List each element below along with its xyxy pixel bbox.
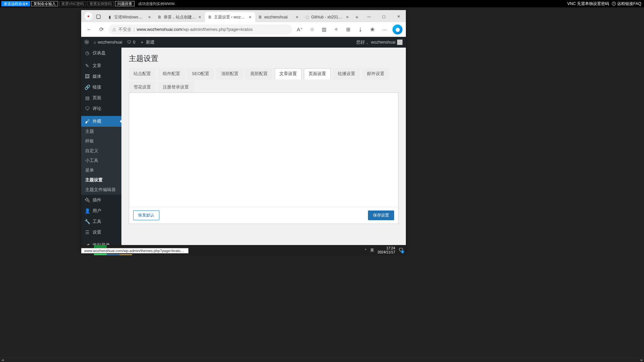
new-tab-button[interactable]: ＋ [353,12,362,22]
tab-title: 主题设置 ‹ wozhenshuai [214,14,246,20]
horizontal-scrollbar[interactable] [0,357,644,362]
downloads-icon[interactable]: ⭳ [356,25,365,34]
submenu-widgets[interactable]: 小工具 [81,156,121,166]
avatar-icon [397,40,402,45]
vnc-reset-vnc-pwd-button[interactable]: 重置VNC密码 [59,1,86,6]
menu-dashboard[interactable]: ◷仪表盘 [81,48,121,58]
browser-tab[interactable]: 🗎 wozhenshuai ✕ [255,12,302,22]
tab-title: GitHub - xb2016/kratos-p [311,15,343,19]
vnc-copy-input-button[interactable]: 复制命令输入 [31,1,58,6]
tab-close-icon[interactable]: ✕ [248,15,253,19]
submenu-customize[interactable]: 自定义 [81,146,121,156]
github-favicon-icon: ◌ [305,15,310,19]
theme-tab-bottom[interactable]: 底部配置 [246,68,272,79]
theme-tab-top[interactable]: 顶部配置 [216,68,243,79]
settings-body-empty [129,93,398,207]
menu-posts[interactable]: ✎文章 [81,60,121,71]
vnc-send-remote-button[interactable]: 发送远程命令▾ [1,1,30,6]
theme-tab-seo[interactable]: SEO配置 [187,68,214,79]
wordpress-admin: ⓦ ⌂ wozhenshuai 🗨 0 ＋ 新建 您好，wozhenshuai [81,37,406,253]
comment-icon: 🗨 [127,40,131,45]
theme-tab-components[interactable]: 组件配置 [158,68,185,79]
tray-chevron-icon[interactable]: ⌃ [364,248,367,252]
site-title: wozhenshuai [98,40,122,45]
taskbar-date: 2024/11/17 [377,250,395,254]
home-icon: ⌂ [94,40,96,45]
collections-icon[interactable]: ⊞ [343,25,353,34]
menu-comments[interactable]: 🗨评论 [81,103,121,114]
submenu-menus[interactable]: 菜单 [81,166,121,175]
window-close-button[interactable]: ✕ [391,11,406,22]
extensions-icon[interactable]: ❀ [368,25,377,34]
tab-close-icon[interactable]: ✕ [295,15,300,19]
window-minimize-button[interactable]: — [362,11,376,22]
page-favicon-icon: 🗎 [157,15,162,19]
submenu-appearance: 主题 样板 自定义 小工具 菜单 主题设置 主题文件编辑器 [81,127,121,195]
menu-users[interactable]: 👤用户 [81,205,121,216]
url-bar[interactable]: ⚠ 不安全 | www.wozhenshuai.com/wp-admin/the… [109,24,292,35]
read-aloud-icon[interactable]: A⁺ [295,25,305,34]
vnc-troubleshoot-button[interactable]: 问题排查 [115,1,135,6]
insecure-warning-icon: ⚠ [112,27,116,32]
gauge-icon: ◷ [85,50,90,56]
theme-tab-page[interactable]: 页面设置 [304,68,331,79]
split-screen-icon[interactable]: ▥ [319,25,329,34]
adminbar-site-link[interactable]: ⌂ wozhenshuai [94,40,122,45]
theme-tab-snow[interactable]: 雪花设置 [129,82,156,93]
page-favicon-icon: 🗎 [258,15,263,19]
tab-close-icon[interactable]: ✕ [147,15,152,19]
adminbar-new[interactable]: ＋ 新建 [140,40,155,45]
submenu-themes[interactable]: 主题 [81,127,121,136]
tab-close-icon[interactable]: ✕ [198,15,202,19]
menu-links[interactable]: 🔗链接 [81,82,121,93]
tab-actions-icon[interactable]: ▢ [94,12,102,20]
favorite-star-icon[interactable]: ☆ [307,25,317,34]
theme-tab-site[interactable]: 站点配置 [129,68,156,79]
browser-tab[interactable]: ▮ 宝塔Windows面板 ✕ [105,12,155,22]
theme-tab-carousel[interactable]: 轮播设置 [333,68,360,79]
ime-indicator[interactable]: 英 [370,248,374,253]
theme-tab-mail[interactable]: 邮件设置 [362,68,389,79]
copilot-icon[interactable]: ⬤ [392,24,402,35]
submenu-theme-editor[interactable]: 主题文件编辑器 [81,185,121,195]
wrench-icon: 🔧 [85,219,90,224]
submenu-patterns[interactable]: 样板 [81,136,121,146]
browser-tab[interactable]: ◌ GitHub - xb2016/kratos-p ✕ [302,12,353,22]
save-settings-button[interactable]: 保存设置 [368,210,394,220]
media-icon: 🖾 [85,74,90,79]
tab-close-icon[interactable]: ✕ [345,15,350,19]
vnc-reset-inst-pwd-button[interactable]: 重置实例密码 [87,1,114,6]
wp-content-area: 主题设置 站点配置 组件配置 SEO配置 顶部配置 底部配置 文章设置 页面设置… [121,48,406,253]
refresh-icon[interactable]: ⟳ [97,25,106,34]
link-icon: 🔗 [85,84,90,90]
vnc-faq-link[interactable]: 远程链接FAQ [617,1,641,7]
sliders-icon: ☰ [85,230,90,235]
url-text: www.wozhenshuai.com/wp-admin/themes.php?… [137,27,253,32]
taskbar-clock[interactable]: 17:24 2024/11/17 [377,246,395,254]
menu-media[interactable]: 🖾媒体 [81,71,121,82]
brush-icon: 🖌 [85,119,90,124]
adminbar-my-account[interactable]: 您好，wozhenshuai [356,40,402,45]
menu-settings[interactable]: ☰设置 [81,227,121,238]
window-maximize-button[interactable]: ▢ [376,11,391,22]
profile-icon[interactable]: ● [85,12,92,20]
more-menu-icon[interactable]: ⋯ [380,25,389,34]
browser-tab[interactable]: 🗎 主题设置 ‹ wozhenshuai ✕ [205,12,255,22]
submenu-theme-settings[interactable]: 主题设置 [81,175,121,185]
adminbar-comments[interactable]: 🗨 0 [127,40,136,45]
hover-link-status: www.wozhenshuai.com/wp-admin/themes.php?… [81,248,189,253]
menu-pages[interactable]: ▤页面 [81,93,121,103]
back-icon[interactable]: ← [85,25,94,34]
wp-logo-icon[interactable]: ⓦ [85,40,89,45]
favorites-bar-icon[interactable]: ✧ [331,25,341,34]
menu-plugins[interactable]: 🔌插件 [81,195,121,205]
menu-tools[interactable]: 🔧工具 [81,216,121,227]
notifications-icon[interactable]: 🗨2 [398,247,403,253]
restore-defaults-button[interactable]: 恢复默认 [133,210,159,220]
theme-tab-post[interactable]: 文章设置 [275,68,302,79]
theme-tab-register[interactable]: 注册登录设置 [158,82,194,93]
insecure-label: 不安全 [118,26,131,33]
browser-tab[interactable]: 🗎 恭喜，站点创建成功！ ✕ [155,12,205,22]
menu-appearance[interactable]: 🖌外观 [81,116,121,127]
vnc-notice-text: VNC 无需单独设置密码 [567,1,609,7]
